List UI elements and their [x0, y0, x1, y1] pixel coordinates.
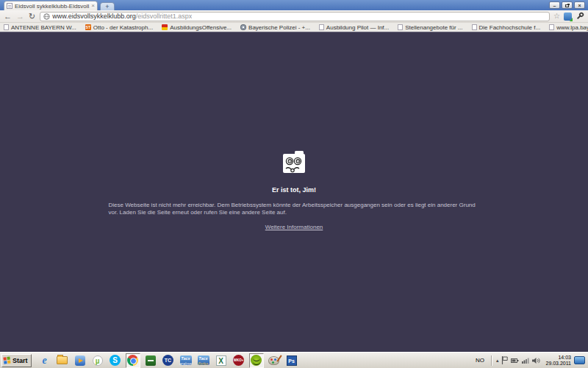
bookmark-label: Stellenangebote für ...: [405, 24, 462, 31]
page-icon: [319, 24, 324, 30]
dead-folder-icon: [281, 150, 307, 181]
gear-badge-icon: [240, 24, 246, 30]
page-icon: [472, 24, 477, 30]
page-icon: [549, 24, 554, 30]
restore-icon: [565, 4, 569, 7]
file-explorer-icon[interactable]: [57, 355, 68, 367]
bookmark-label: Die Fachhochschule f...: [479, 24, 541, 31]
green-app-icon[interactable]: [145, 355, 157, 367]
bookmark-item[interactable]: www.lpa.bayern.de/...: [549, 24, 588, 31]
globe-icon: [43, 13, 50, 20]
more-info-link[interactable]: Weitere Informationen: [265, 224, 323, 230]
action-center-flag-icon[interactable]: [501, 356, 508, 364]
language-indicator[interactable]: NO: [472, 357, 488, 364]
battery-icon[interactable]: [511, 358, 519, 364]
titlebar: Eidsvoll sykkelklubb-Eidsvoll... × + – ×: [0, 0, 588, 10]
url-path: /eidsvollrittet1.aspx: [136, 13, 193, 20]
tray-separator: [491, 355, 492, 366]
paint-icon[interactable]: [268, 355, 280, 367]
stripes-badge-icon: [162, 24, 168, 30]
browser-window: Eidsvoll sykkelklubb-Eidsvoll... × + – ×…: [0, 0, 588, 368]
volume-icon[interactable]: [532, 357, 540, 364]
url-host: www.eidsvollsykkelklubb.org: [52, 13, 136, 20]
forward-button[interactable]: →: [16, 13, 24, 21]
tray-time: 14:03: [545, 355, 571, 361]
bookmark-item[interactable]: Die Fachhochschule f...: [472, 24, 541, 31]
chrome-icon-active[interactable]: [126, 353, 140, 368]
url-text: www.eidsvollsykkelklubb.org/eidsvollritt…: [52, 13, 192, 20]
network-signal-icon[interactable]: [522, 357, 529, 364]
page-icon: [4, 24, 9, 30]
minimize-button[interactable]: –: [549, 1, 560, 9]
bookmark-label: Ausbildung Pilot — Inf...: [326, 24, 389, 31]
bookmarks-bar: ANTENNE BAYERN W... STOtto - der Katastr…: [0, 23, 588, 32]
address-bar[interactable]: www.eidsvollsykkelklubb.org/eidsvollritt…: [40, 12, 550, 21]
close-button[interactable]: ×: [574, 1, 585, 9]
bookmark-star-icon[interactable]: ☆: [553, 13, 560, 20]
internet-explorer-icon[interactable]: e: [39, 355, 51, 367]
browser-tab[interactable]: Eidsvoll sykkelklubb-Eidsvoll... ×: [4, 1, 98, 10]
new-tab-button[interactable]: +: [100, 2, 115, 10]
back-button[interactable]: ←: [4, 13, 12, 21]
media-player-icon[interactable]: [74, 355, 86, 367]
tacx-analyser-icon[interactable]: Tacxanalyser: [180, 355, 192, 367]
bookmark-item[interactable]: ANTENNE BAYERN W...: [4, 24, 76, 31]
bookmark-item[interactable]: Ausbildung Pilot — Inf...: [319, 24, 389, 31]
tab-favicon-icon: [7, 3, 12, 9]
window-controls: – ×: [549, 1, 585, 9]
show-desktop-button[interactable]: [574, 356, 585, 364]
bookmark-label: www.lpa.bayern.de/...: [556, 24, 588, 31]
taskbar: Start e µ S TC Tacxanalyser TacxFortius …: [0, 352, 588, 368]
page-icon: [398, 24, 403, 30]
extension-icon[interactable]: [564, 13, 572, 21]
restore-button[interactable]: [562, 1, 573, 9]
hidden-icons-button[interactable]: ▴: [496, 358, 499, 364]
total-commander-icon[interactable]: TC: [162, 355, 174, 367]
bookmark-item[interactable]: AusbildungsOffensive...: [162, 24, 232, 31]
utorrent-icon[interactable]: µ: [92, 355, 104, 367]
tab-close-icon[interactable]: ×: [91, 3, 95, 9]
photoshop-icon[interactable]: Ps: [286, 355, 298, 367]
error-body-text: Diese Webseite ist nicht mehr erreichbar…: [109, 202, 480, 216]
tray-clock[interactable]: 14:03 29.03.2011: [545, 355, 571, 367]
tray-date: 29.03.2011: [545, 361, 571, 367]
page-content: Er ist tot, Jim! Diese Webseite ist nich…: [0, 32, 588, 351]
skype-icon[interactable]: S: [110, 355, 121, 367]
crash-error-message: Er ist tot, Jim! Diese Webseite ist nich…: [0, 150, 588, 232]
wko-icon[interactable]: WKO+: [233, 355, 245, 367]
windows-flag-icon: [3, 356, 11, 364]
bookmark-label: AusbildungsOffensive...: [170, 24, 232, 31]
bookmark-item[interactable]: STOtto - der Katastroph...: [85, 24, 153, 31]
st-badge-icon: ST: [85, 24, 91, 30]
wrench-menu-icon[interactable]: [576, 12, 584, 21]
start-button[interactable]: Start: [1, 354, 32, 367]
bookmark-label: Otto - der Katastroph...: [93, 24, 153, 31]
tacx-fortius-icon[interactable]: TacxFortius: [198, 355, 209, 367]
start-label: Start: [12, 357, 28, 364]
excel-icon[interactable]: X: [215, 355, 227, 367]
error-heading: Er ist tot, Jim!: [0, 186, 588, 194]
reload-button[interactable]: ↻: [29, 13, 35, 21]
bookmark-item[interactable]: Bayerische Polizei - +...: [240, 24, 310, 31]
spotify-icon-active[interactable]: [249, 353, 264, 368]
bookmark-label: ANTENNE BAYERN W...: [11, 24, 76, 31]
system-tray: NO ▴ 14:03 29.03.2011: [472, 354, 587, 367]
tab-title: Eidsvoll sykkelklubb-Eidsvoll...: [15, 3, 90, 10]
bookmark-label: Bayerische Polizei - +...: [248, 24, 310, 31]
bookmark-item[interactable]: Stellenangebote für ...: [398, 24, 462, 31]
navigation-toolbar: ← → ↻ www.eidsvollsykkelklubb.org/eidsvo…: [0, 10, 588, 23]
